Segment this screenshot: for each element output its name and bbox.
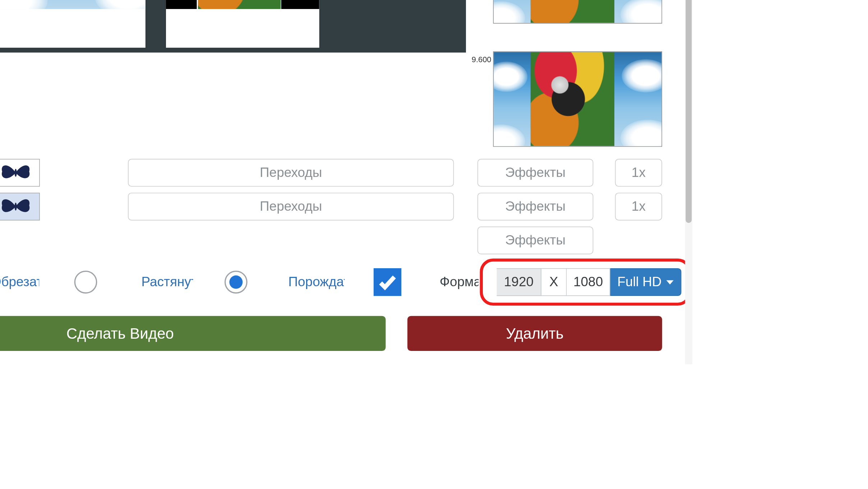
crop-label: Обрезать: [0, 274, 39, 290]
spawn-label: Порождать: [288, 274, 345, 290]
frame-thumbnail[interactable]: [493, 51, 662, 147]
format-separator: X: [541, 268, 567, 296]
transitions-button[interactable]: Переходы: [128, 159, 454, 187]
make-video-button[interactable]: Сделать Видео: [0, 316, 385, 351]
format-label: Формат: [440, 274, 479, 290]
spawn-checkbox[interactable]: [374, 268, 401, 296]
crop-radio[interactable]: [74, 271, 97, 294]
ruler-tick: 9.600: [470, 55, 492, 64]
effects-button[interactable]: Эффекты: [477, 193, 594, 220]
svg-point-4: [15, 169, 17, 177]
preview-card-1[interactable]: [0, 0, 146, 48]
scrollbar-thumb[interactable]: [685, 0, 692, 223]
format-height-input[interactable]: 1080: [567, 268, 610, 296]
stretch-label: Растянуть: [142, 274, 193, 290]
frame-thumbnail[interactable]: [493, 0, 662, 24]
timeline-ruler: 6 9.600: [466, 0, 493, 149]
stretch-radio[interactable]: [224, 271, 247, 294]
chevron-down-icon: [666, 280, 674, 284]
timeline-preview-strip: [0, 0, 466, 52]
preview-card-2[interactable]: [166, 0, 319, 48]
effects-button[interactable]: Эффекты: [477, 227, 594, 254]
delete-button[interactable]: Удалить: [407, 316, 662, 351]
scrollbar[interactable]: [685, 0, 692, 364]
svg-point-5: [15, 203, 17, 211]
layer-main-thumb[interactable]: [0, 193, 40, 220]
format-preset-dropdown[interactable]: Full HD: [610, 268, 681, 296]
layer-bg-thumb[interactable]: [0, 159, 40, 187]
multiplier-button[interactable]: 1x: [615, 159, 662, 187]
effects-button[interactable]: Эффекты: [477, 159, 594, 187]
format-width-input[interactable]: 1920: [497, 268, 541, 296]
transitions-button[interactable]: Переходы: [128, 193, 454, 220]
multiplier-button[interactable]: 1x: [615, 193, 662, 220]
format-group: 1920 X 1080 Full HD: [497, 268, 682, 296]
